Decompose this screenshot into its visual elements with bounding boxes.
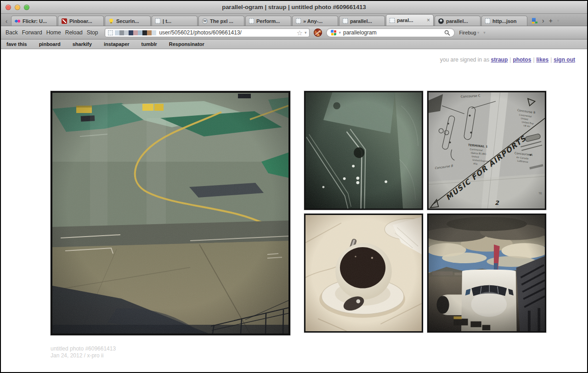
tab-label: » Any-... bbox=[303, 18, 334, 24]
lightbulb-icon bbox=[108, 18, 114, 24]
placeholder-favicon-icon bbox=[249, 18, 254, 23]
tab-parallel-1[interactable]: parallel... bbox=[339, 16, 385, 26]
new-tab-button[interactable]: + bbox=[549, 17, 553, 24]
url-dropdown-icon[interactable]: ▾ bbox=[305, 30, 307, 35]
sign-out-link[interactable]: sign out bbox=[554, 57, 575, 63]
bookmarklet-instapaper[interactable]: instapaper bbox=[104, 41, 130, 47]
firebug-menu[interactable]: Firebug ▾ bbox=[459, 30, 479, 35]
placeholder-favicon-icon bbox=[343, 18, 348, 23]
google-icon bbox=[331, 30, 336, 35]
tab-securing[interactable]: Securin... bbox=[105, 16, 151, 26]
url-bar[interactable]: user/5056021/photos/609661413/ ☆ ▾ bbox=[105, 28, 310, 37]
likes-link[interactable]: likes bbox=[537, 57, 549, 63]
placeholder-favicon-icon bbox=[155, 18, 160, 23]
site-favicon-placeholder-icon bbox=[108, 30, 113, 35]
traffic-lights bbox=[1, 5, 29, 10]
adblock-icon[interactable] bbox=[314, 28, 322, 37]
search-bar[interactable]: ▾ parallelogram bbox=[326, 28, 455, 37]
tab-label: parallel... bbox=[350, 18, 381, 24]
thumbnail-tarmac-lines[interactable] bbox=[304, 91, 423, 210]
firebug-caret-icon: ▾ bbox=[477, 30, 480, 35]
magnifier-icon[interactable] bbox=[444, 30, 450, 36]
tab-flickr[interactable]: Flickr: U... bbox=[11, 16, 57, 26]
tab-label: Perform... bbox=[256, 18, 288, 24]
avatar-favicon-icon bbox=[438, 18, 444, 24]
main-photo bbox=[51, 91, 290, 335]
bookmarks-bar: fave this pinboard sharkify instapaper t… bbox=[1, 40, 587, 49]
tab-pinboard[interactable]: Pinboar... bbox=[58, 16, 104, 26]
tab-label: paral... bbox=[397, 17, 424, 23]
tab-parallel-active[interactable]: paral... × bbox=[386, 14, 434, 26]
session-prefix: you are signed in as bbox=[440, 57, 489, 63]
forward-button[interactable]: Forward bbox=[22, 29, 42, 36]
navigation-toolbar: Back Forward Home Reload Stop user/50560… bbox=[1, 26, 587, 40]
session-status: you are signed in as straup|photos|likes… bbox=[440, 57, 575, 63]
tab-the-pxl[interactable]: W The pxl ... bbox=[198, 16, 244, 26]
tab-bar: ‹ Flickr: U... Pinboar... Securin... | t… bbox=[1, 14, 587, 26]
tab-scroll-left-icon[interactable]: ‹ bbox=[2, 16, 11, 26]
bookmark-star-icon[interactable]: ☆ bbox=[296, 29, 302, 36]
url-redacted-pixelation bbox=[115, 30, 156, 35]
url-text[interactable]: user/5056021/photos/609661413/ bbox=[159, 29, 294, 36]
tab-label: http...json bbox=[492, 18, 524, 24]
photo-caption: untitled photo #609661413 Jan 24, 2012 /… bbox=[51, 345, 116, 359]
window-title: parallel-ogram | straup | untitled photo… bbox=[1, 4, 587, 11]
bookmarklet-tumblr[interactable]: tumblr bbox=[141, 41, 157, 47]
firebug-label: Firebug bbox=[459, 30, 476, 35]
home-button[interactable]: Home bbox=[46, 29, 61, 36]
list-all-tabs-icon[interactable]: ▾ bbox=[557, 18, 560, 23]
flickr-icon bbox=[15, 18, 20, 24]
tab-label: Flickr: U... bbox=[23, 18, 53, 24]
close-window-icon[interactable] bbox=[6, 5, 11, 10]
placeholder-favicon-icon bbox=[485, 18, 490, 23]
tab-close-icon[interactable]: × bbox=[426, 17, 430, 23]
thumbnail-airport-map[interactable]: Concourse C Concourse B Continental Unit… bbox=[427, 91, 546, 210]
tab-label: Pinboar... bbox=[69, 18, 100, 24]
caption-date-filter: Jan 24, 2012 / x-pro ii bbox=[51, 352, 116, 359]
thumbnail-grid: Concourse C Concourse B Continental Unit… bbox=[304, 91, 546, 333]
gtalk-icon[interactable] bbox=[532, 18, 537, 23]
reload-button[interactable]: Reload bbox=[65, 29, 83, 36]
tab-http-json[interactable]: http...json bbox=[481, 16, 527, 26]
tab-any[interactable]: » Any-... bbox=[292, 16, 338, 26]
window-titlebar[interactable]: parallel-ogram | straup | untitled photo… bbox=[1, 1, 587, 14]
bookmarklet-fave-this[interactable]: fave this bbox=[6, 41, 27, 47]
pinboard-icon bbox=[62, 18, 67, 24]
tab-label: Securin... bbox=[116, 18, 147, 24]
tab-parallel-2[interactable]: parallel... bbox=[435, 16, 481, 26]
bookmarklet-responsinator[interactable]: Responsinator bbox=[169, 41, 204, 47]
zoom-window-icon[interactable] bbox=[24, 5, 29, 10]
caption-title: untitled photo #609661413 bbox=[51, 345, 116, 352]
user-link[interactable]: straup bbox=[491, 57, 508, 63]
minimize-window-icon[interactable] bbox=[15, 5, 20, 10]
tab-overflow-icon[interactable]: › bbox=[542, 17, 544, 24]
toolbar-overflow-icon[interactable]: ▾ bbox=[483, 30, 486, 35]
search-input[interactable]: parallelogram bbox=[343, 29, 442, 36]
tab-label: parallel... bbox=[446, 18, 477, 24]
tab-label: The pxl ... bbox=[210, 18, 241, 24]
tab-label: | t... bbox=[163, 18, 194, 24]
thumbnail-coffee[interactable] bbox=[304, 214, 423, 333]
tab-untitled[interactable]: | t... bbox=[152, 16, 198, 26]
page-content: you are signed in as straup|photos|likes… bbox=[1, 49, 587, 373]
thumbnail-airplane[interactable] bbox=[427, 214, 546, 333]
search-engine-dropdown-icon[interactable]: ▾ bbox=[339, 30, 341, 35]
screenshot-frame: parallel-ogram | straup | untitled photo… bbox=[0, 0, 588, 373]
bookmarklet-pinboard[interactable]: pinboard bbox=[39, 41, 61, 47]
bookmarklet-sharkify[interactable]: sharkify bbox=[73, 41, 92, 47]
back-button[interactable]: Back bbox=[6, 29, 18, 36]
placeholder-favicon-icon bbox=[390, 18, 395, 23]
placeholder-favicon-icon bbox=[296, 18, 301, 23]
stop-button[interactable]: Stop bbox=[87, 29, 98, 36]
photos-link[interactable]: photos bbox=[513, 57, 531, 63]
tab-perform[interactable]: Perform... bbox=[245, 16, 291, 26]
tab-bar-extras: › + ▾ bbox=[528, 17, 563, 26]
wordpress-icon: W bbox=[202, 18, 208, 24]
